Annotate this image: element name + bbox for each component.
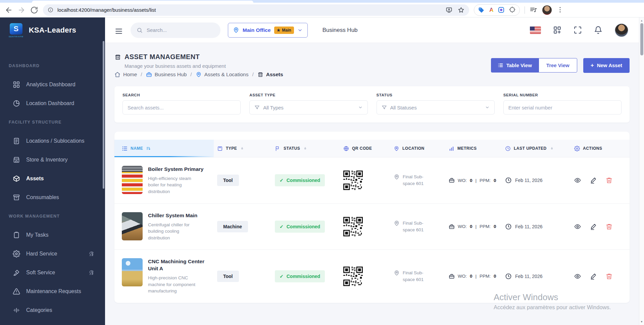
delete-trash-icon[interactable] <box>606 273 612 280</box>
check-icon: ✓ <box>280 178 284 183</box>
sidebar-item-location-dashboard[interactable]: Location Dashboard <box>0 94 105 113</box>
scroll-up-icon[interactable]: ▲ <box>640 17 643 23</box>
plus-icon: + <box>591 62 594 69</box>
address-bar[interactable]: localhost:4200/manager/business/assets/l… <box>43 4 469 16</box>
user-avatar[interactable] <box>614 23 629 37</box>
bookmark-star-icon[interactable] <box>458 7 464 13</box>
search-input[interactable] <box>147 27 214 33</box>
sidebar-item-locations-sublocations[interactable]: Locations / Sublocations <box>0 132 105 150</box>
browser-tab[interactable] <box>32 1 253 3</box>
table-row[interactable]: CNC Machining Center Unit A High-precisi… <box>114 249 630 303</box>
column-header-status[interactable]: STATUS <box>271 140 340 157</box>
table-row[interactable]: Chiller System Main Centrifugal chiller … <box>114 203 630 250</box>
edit-pencil-icon[interactable] <box>590 177 597 184</box>
metrics-cell: WO:0 | PPM:0 <box>445 273 502 279</box>
filter-type-select[interactable]: All Types <box>249 100 367 114</box>
browser-profile-avatar[interactable] <box>542 5 552 15</box>
install-app-icon[interactable] <box>446 7 452 13</box>
filter-type-label: ASSET TYPE <box>249 93 367 97</box>
column-header-type[interactable]: TYPE <box>214 140 271 157</box>
clock-icon <box>505 223 512 230</box>
asset-description: High-precision CNC machine for component… <box>148 275 198 294</box>
browser-menu-icon[interactable] <box>556 6 564 14</box>
sidebar-item-store-inventory[interactable]: Store & Inventory <box>0 150 105 169</box>
scroll-down-icon[interactable]: ▼ <box>640 320 643 325</box>
location-cell: Final Sub-space 601 <box>390 174 445 187</box>
delete-trash-icon[interactable] <box>606 223 612 230</box>
column-header-name[interactable]: NAME <box>114 140 214 157</box>
reading-list-icon[interactable] <box>530 6 538 14</box>
scrollbar-thumb[interactable] <box>640 23 643 55</box>
location-cell: Final Sub-space 601 <box>390 270 445 283</box>
location-name: Main Office <box>243 27 271 33</box>
last-updated-cell: Feb 11, 2026 <box>502 273 571 280</box>
gear-icon <box>574 146 580 151</box>
delete-trash-icon[interactable] <box>606 177 612 184</box>
gear-icon <box>13 250 20 258</box>
sidebar-item-categories[interactable]: Categories <box>0 301 105 320</box>
sidebar-item-maintenance-requests[interactable]: Maintenance Requests <box>0 282 105 301</box>
brand-logo-icon: S SENTRIXFM <box>9 23 23 38</box>
asset-description: Centrifugal chiller for building cooling… <box>148 222 198 241</box>
breadcrumb-business-hub[interactable]: Business Hub <box>146 72 187 78</box>
sidebar-item-analytics-dashboard[interactable]: Analytics Dashboard <box>0 75 105 94</box>
square-extension-icon[interactable] <box>498 7 504 13</box>
filter-search-input[interactable] <box>122 100 241 114</box>
funnel-icon <box>254 105 260 110</box>
filter-status-select[interactable]: All Statuses <box>377 100 495 114</box>
bell-icon[interactable] <box>594 26 602 34</box>
view-eye-icon[interactable] <box>574 223 581 230</box>
breadcrumb-assets: Assets <box>257 72 283 78</box>
breadcrumb-home[interactable]: Home <box>114 72 137 78</box>
hamburger-menu-icon[interactable] <box>114 27 123 34</box>
actions-cell <box>571 273 630 280</box>
sidebar-item-consumables[interactable]: Consumables <box>0 188 105 207</box>
clock-icon <box>505 177 512 184</box>
column-header-last-updated[interactable]: LAST UPDATED <box>502 140 571 157</box>
tag-extension-icon[interactable] <box>478 7 484 13</box>
back-icon[interactable] <box>5 6 13 14</box>
view-eye-icon[interactable] <box>574 177 581 184</box>
sidebar-item-hard-service[interactable]: Hard Service <box>0 244 105 263</box>
sidebar-item-soft-service[interactable]: Soft Service <box>0 263 105 282</box>
chevron-down-icon <box>358 105 363 110</box>
brand[interactable]: S SENTRIXFM KSA-Leaders <box>0 17 105 43</box>
breadcrumb-assets-locations[interactable]: Assets & Locations <box>196 72 249 78</box>
reload-icon[interactable] <box>30 6 38 14</box>
section-work-management: WORK MANAGEMENT <box>0 207 105 226</box>
apps-grid-icon[interactable] <box>553 26 561 34</box>
view-eye-icon[interactable] <box>574 273 581 280</box>
table-view-button[interactable]: Table View <box>491 58 539 73</box>
status-badge: ✓Commissioned <box>275 270 325 282</box>
language-flag-us[interactable] <box>530 27 541 34</box>
page-title: ASSET MANAGEMENT <box>125 53 200 61</box>
edit-pencil-icon[interactable] <box>590 223 597 230</box>
list-icon <box>498 62 503 68</box>
forward-icon[interactable] <box>17 6 26 14</box>
chevron-down-icon <box>297 28 303 33</box>
sidebar-item-assets[interactable]: Assets <box>0 169 105 188</box>
page-scrollbar[interactable]: ▲ ▼ <box>639 17 644 325</box>
filter-serial-input[interactable] <box>503 100 622 114</box>
sidebar-nav: DASHBOARD Analytics Dashboard Location D… <box>0 43 105 320</box>
puzzle-extension-icon[interactable] <box>509 7 515 13</box>
table-row[interactable]: Boiler System Primary High-efficiency st… <box>114 157 630 203</box>
location-selector[interactable]: Main Office ★ Main <box>228 23 308 38</box>
list-icon <box>122 146 128 151</box>
check-icon: ✓ <box>280 224 284 229</box>
business-hub-title: Business Hub <box>323 27 358 34</box>
flag-icon <box>275 146 281 151</box>
tree-view-button[interactable]: Tree View <box>539 58 577 73</box>
fullscreen-icon[interactable] <box>574 26 582 34</box>
a-extension-icon[interactable]: A <box>489 7 493 13</box>
type-badge: Tool <box>217 175 239 186</box>
site-info-icon[interactable] <box>48 7 53 13</box>
section-dashboard: DASHBOARD <box>0 56 105 75</box>
new-asset-button[interactable]: + New Asset <box>583 58 630 73</box>
qr-code-image <box>343 171 363 190</box>
grid-icon <box>13 81 20 88</box>
edit-pencil-icon[interactable] <box>590 273 597 280</box>
sidebar-item-my-tasks[interactable]: My Tasks <box>0 226 105 244</box>
sidebar-scrollbar-thumb[interactable] <box>103 41 104 189</box>
global-search[interactable] <box>131 22 220 38</box>
